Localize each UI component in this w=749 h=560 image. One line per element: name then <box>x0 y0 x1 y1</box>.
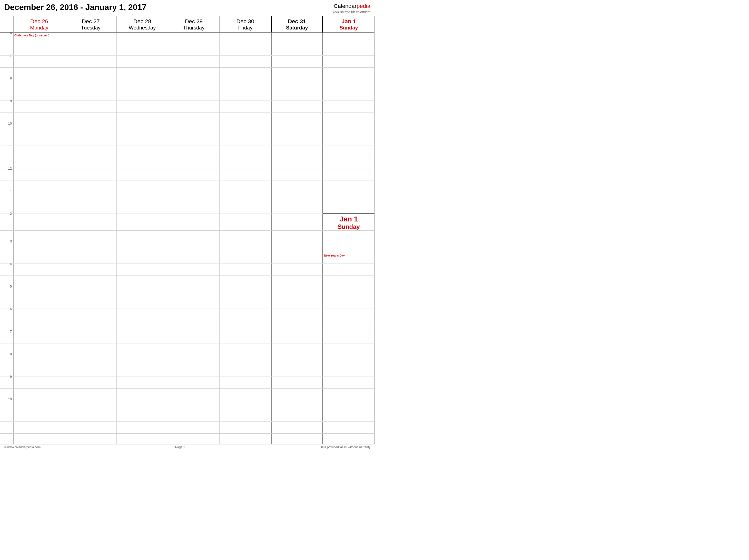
cell-row33-col2 <box>117 411 168 421</box>
cell-row20-col5 <box>271 264 323 275</box>
cell-row2-col5 <box>271 55 323 67</box>
time-row-1 <box>0 45 374 55</box>
cell-row24-col3 <box>168 309 220 321</box>
cell-row34-col0 <box>14 422 65 433</box>
time-row-26: 7 <box>0 331 374 343</box>
cell-row1-col3 <box>168 45 220 55</box>
cell-row27-col6 <box>323 343 374 354</box>
wednesday-date: Dec 28 <box>118 18 167 25</box>
cell-row33-col6 <box>323 411 374 421</box>
time-row-4: 8 <box>0 78 374 90</box>
cell-row25-col0 <box>14 321 65 331</box>
cell-row3-col1 <box>65 68 117 78</box>
cell-row16-col6: Jan 1Sunday <box>323 214 374 230</box>
cell-row34-col2 <box>117 422 168 433</box>
cell-row28-col1 <box>65 354 117 366</box>
cell-row12-col3 <box>168 169 220 180</box>
cell-row28-col0 <box>14 354 65 366</box>
cell-row22-col2 <box>117 286 168 298</box>
cell-row29-col4 <box>219 366 271 376</box>
cell-row32-col1 <box>65 399 117 411</box>
cell-row0-col4 <box>219 33 271 45</box>
cell-row14-col3 <box>168 191 220 203</box>
time-label: 5 <box>0 286 14 298</box>
cell-row8-col4 <box>219 123 271 135</box>
friday-dayname: Friday <box>220 25 270 31</box>
cell-row8-col1 <box>65 123 117 135</box>
cell-row4-col1 <box>65 78 117 90</box>
cell-row20-col1 <box>65 264 117 275</box>
time-row-2: 7 <box>0 55 374 68</box>
cell-row10-col1 <box>65 146 117 158</box>
cell-row1-col2 <box>117 45 168 55</box>
time-row-25 <box>0 321 374 331</box>
time-label-text: 1 <box>10 189 12 193</box>
cell-row17-col4 <box>219 231 271 241</box>
cell-row3-col2 <box>117 68 168 78</box>
cell-row13-col6 <box>323 180 374 191</box>
cell-row25-col4 <box>219 321 271 331</box>
cell-row24-col5 <box>271 309 323 321</box>
cell-row3-col5 <box>271 68 323 78</box>
header-time-spacer <box>0 16 14 32</box>
cell-row32-col5 <box>271 399 323 411</box>
day-header-sunday: Jan 1Sunday <box>323 16 374 32</box>
time-row-35 <box>0 434 374 444</box>
cell-row35-col6 <box>323 434 374 444</box>
time-row-12: 12 <box>0 169 374 180</box>
cell-row33-col4 <box>219 411 271 421</box>
cell-row17-col5 <box>271 231 323 241</box>
cell-row32-col4 <box>219 399 271 411</box>
cell-row12-col6 <box>323 169 374 180</box>
time-row-18: 3 <box>0 241 374 253</box>
cell-row30-col6 <box>323 377 374 388</box>
cell-row3-col6 <box>323 68 374 78</box>
cell-row9-col1 <box>65 135 117 145</box>
cell-row24-col0 <box>14 309 65 321</box>
cell-row30-col4 <box>219 377 271 388</box>
cell-row5-col6 <box>323 90 374 100</box>
cell-row13-col0 <box>14 180 65 191</box>
time-label-text: 9 <box>10 375 12 379</box>
saturday-dayname: Saturday <box>273 25 321 31</box>
cell-row5-col2 <box>117 90 168 100</box>
cell-row9-col2 <box>117 135 168 145</box>
cell-row31-col0 <box>14 388 65 399</box>
cell-row24-col2 <box>117 309 168 321</box>
logo: Calendarpedia <box>333 3 370 10</box>
cell-row22-col3 <box>168 286 220 298</box>
cell-row2-col4 <box>219 55 271 67</box>
cell-row31-col5 <box>271 388 323 399</box>
cell-row2-col3 <box>168 55 220 67</box>
cell-row12-col2 <box>117 169 168 180</box>
cell-row8-col3 <box>168 123 220 135</box>
newyear-holiday-label: New Year's Day <box>323 253 374 258</box>
cell-row23-col3 <box>168 298 220 309</box>
time-row-8: 10 <box>0 123 374 135</box>
cell-row24-col4 <box>219 309 271 321</box>
cell-row34-col3 <box>168 422 220 433</box>
cell-row22-col5 <box>271 286 323 298</box>
cell-row25-col6 <box>323 321 374 331</box>
cell-row27-col0 <box>14 343 65 354</box>
cell-row15-col3 <box>168 203 220 213</box>
time-row-7 <box>0 113 374 123</box>
cell-row31-col4 <box>219 388 271 399</box>
cell-row10-col6 <box>323 146 374 158</box>
cell-row28-col2 <box>117 354 168 366</box>
time-label: 10 <box>0 123 14 135</box>
time-label-text: 3 <box>10 239 12 243</box>
cell-row15-col6 <box>323 203 374 213</box>
cell-row14-col1 <box>65 191 117 203</box>
cell-row16-col0 <box>14 214 65 230</box>
cell-row20-col6 <box>323 264 374 275</box>
time-row-34: 11 <box>0 422 374 434</box>
cell-row27-col1 <box>65 343 117 354</box>
cell-row15-col1 <box>65 203 117 213</box>
cell-row21-col3 <box>168 276 220 286</box>
cell-row6-col4 <box>219 101 271 113</box>
cell-row18-col1 <box>65 241 117 253</box>
cell-row35-col1 <box>65 434 117 444</box>
cell-row25-col5 <box>271 321 323 331</box>
cell-row2-col6 <box>323 55 374 67</box>
